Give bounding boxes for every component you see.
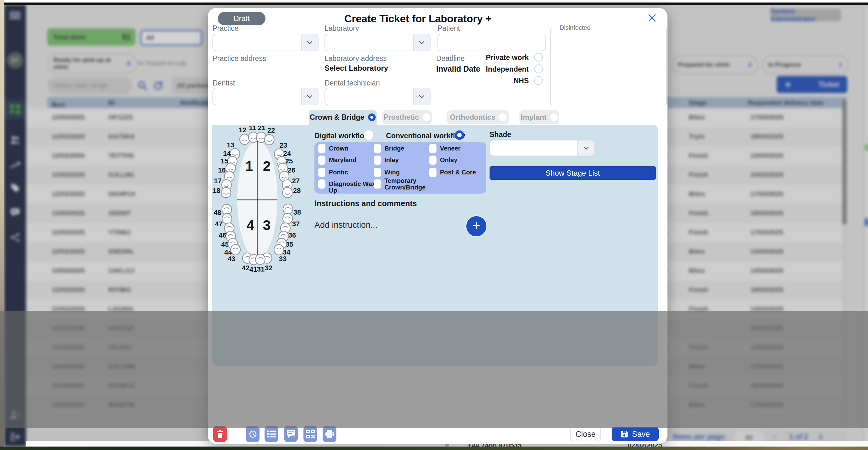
svg-text:28: 28 (293, 187, 301, 195)
svg-text:11: 11 (249, 126, 256, 132)
shade-select[interactable] (490, 140, 595, 156)
tab-crown-bridge[interactable]: Crown & Bridge (309, 110, 377, 125)
desktop-edge (0, 0, 4, 450)
svg-text:32: 32 (265, 264, 272, 272)
work-type-label-independent: Independent (466, 65, 529, 74)
tab-label: Prosthetic (383, 113, 418, 122)
tab-orthodontics[interactable]: Orthodontics (447, 110, 509, 124)
tooth-22[interactable]: 22 (264, 126, 275, 145)
tooth-chart: 1243121121221323142415251626172718284838… (212, 126, 309, 277)
tab-prosthetic[interactable]: Prosthetic (382, 110, 432, 124)
chevron-down-icon (307, 95, 313, 99)
print-button[interactable] (322, 426, 336, 442)
history-button[interactable] (246, 426, 259, 442)
work-type-radio-nhs[interactable] (534, 76, 543, 85)
history-icon (249, 430, 257, 439)
tooth-12[interactable]: 12 (239, 126, 249, 145)
checkbox-crown[interactable] (318, 144, 326, 153)
work-type-label-nhs: NHS (466, 77, 529, 85)
save-icon (620, 430, 628, 438)
patient-input[interactable] (437, 34, 546, 51)
work-type-label-private-work: Private work (466, 53, 529, 62)
checkbox-temporary-crown-bridge[interactable] (374, 179, 381, 189)
svg-text:46: 46 (219, 231, 226, 239)
checkbox-veneer[interactable] (429, 144, 436, 153)
chevron-down-icon (419, 41, 425, 44)
comment-icon (287, 430, 295, 438)
tab-implant[interactable]: Implant (519, 110, 559, 124)
quadrant-label-4: 4 (247, 218, 254, 233)
laboratory-select[interactable] (324, 34, 431, 51)
list-button[interactable] (265, 426, 278, 442)
laboratory-address-label: Laboratory address (324, 54, 386, 63)
show-stage-list-button[interactable]: Show Stage List (490, 166, 656, 180)
practice-select[interactable] (212, 34, 318, 51)
quadrant-label-2: 2 (263, 159, 271, 174)
svg-text:24: 24 (283, 149, 291, 158)
checkbox-inlay[interactable] (374, 156, 381, 165)
tooth-28[interactable]: 28 (282, 187, 301, 198)
list-icon (267, 430, 276, 438)
work-type-radio-independent[interactable] (534, 64, 543, 73)
svg-text:22: 22 (267, 126, 275, 134)
screen: { "page": { "user_badge": "System Admini… (0, 0, 868, 450)
checkbox-label: Maryland (329, 157, 356, 163)
conventional-workflow-radio[interactable] (455, 131, 464, 140)
add-instruction-button[interactable]: + (465, 215, 487, 237)
checkbox-bridge[interactable] (374, 144, 381, 153)
checkbox-pontic[interactable] (318, 168, 326, 177)
shade-label: Shade (490, 131, 511, 139)
laboratory-address-value: Select Laboratory (324, 64, 388, 73)
comments-button[interactable] (284, 426, 298, 442)
chevron-down-icon (419, 95, 425, 99)
add-instruction-placeholder[interactable]: Add instruction... (314, 220, 377, 230)
disinfected-fieldset: Disinfected (550, 24, 667, 105)
digital-workflow-label: Digital workflow (314, 132, 370, 140)
qr-code-button[interactable] (304, 426, 317, 442)
dentist-label: Dentist (212, 79, 235, 87)
conventional-workflow-label: Conventional workflow (386, 132, 465, 140)
tooth-18[interactable]: 18 (213, 187, 231, 198)
top-strip (4, 0, 868, 2)
svg-text:21: 21 (258, 126, 266, 132)
svg-text:26: 26 (288, 166, 295, 174)
tab-label: Implant (521, 113, 547, 122)
patient-label: Patient (437, 24, 460, 33)
svg-text:13: 13 (227, 141, 235, 149)
checkbox-label: Onlay (440, 157, 458, 163)
checkbox-label: Pontic (329, 169, 348, 176)
checkbox-post-core[interactable] (429, 168, 436, 177)
close-icon[interactable] (647, 13, 657, 23)
instructions-title: Instructions and comments (314, 199, 417, 208)
chevron-down-icon (307, 41, 313, 44)
svg-text:33: 33 (279, 255, 286, 263)
svg-text:16: 16 (218, 166, 226, 174)
practice-label: Practice (212, 24, 239, 33)
svg-text:14: 14 (223, 149, 231, 158)
svg-text:41: 41 (249, 265, 257, 273)
close-button[interactable]: Close (570, 427, 601, 441)
work-type-radio-private-work[interactable] (534, 53, 543, 62)
dental-technician-select[interactable] (324, 88, 431, 105)
checkbox-maryland[interactable] (318, 156, 326, 165)
checkbox-wing[interactable] (374, 168, 381, 177)
checkbox-label: Inlay (384, 157, 399, 163)
dental-technician-label: Dental technician (324, 79, 380, 87)
svg-text:36: 36 (288, 231, 296, 239)
options-panel: CrownBridgeVeneerMarylandInlayOnlayPonti… (314, 142, 486, 194)
svg-text:27: 27 (292, 177, 300, 185)
svg-text:38: 38 (293, 208, 301, 216)
footer-photo-strip (0, 447, 868, 450)
svg-text:42: 42 (242, 264, 249, 272)
svg-text:31: 31 (257, 265, 265, 273)
checkbox-label: Wing (384, 169, 400, 176)
chevron-down-icon (583, 146, 589, 150)
digital-workflow-radio[interactable] (364, 131, 373, 140)
dentist-select[interactable] (212, 88, 318, 105)
checkbox-diagnostic-wax-up[interactable] (318, 179, 326, 189)
checkbox-label: Temporary Crown/Bridge (384, 177, 433, 191)
svg-text:45: 45 (221, 241, 229, 248)
checkbox-onlay[interactable] (429, 156, 436, 165)
save-button[interactable]: Save (612, 427, 659, 441)
delete-button[interactable] (213, 426, 227, 442)
